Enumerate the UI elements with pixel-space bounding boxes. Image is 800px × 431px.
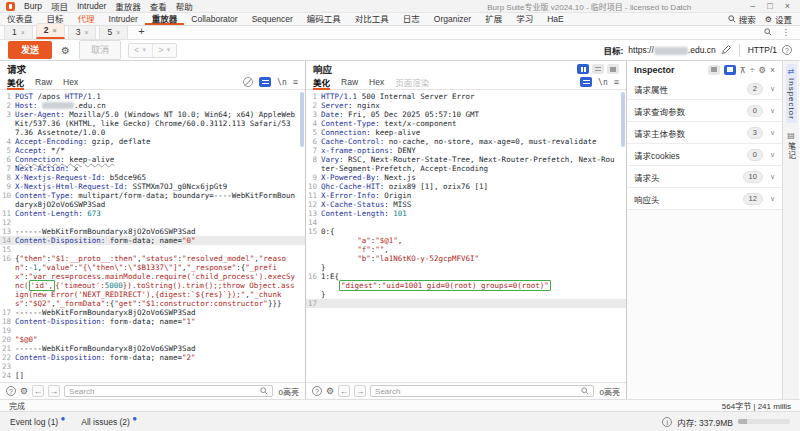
menu-intruder[interactable]: Intruder bbox=[77, 1, 106, 11]
collapse-all-icon[interactable]: ÷ bbox=[750, 65, 755, 75]
pretty-print-icon[interactable] bbox=[259, 77, 271, 87]
code-line[interactable]: 5Accept: */* bbox=[0, 146, 305, 155]
code-line[interactable]: 17 bbox=[306, 299, 626, 308]
chevron-down-icon[interactable]: ∨ bbox=[770, 151, 775, 159]
next-match-button[interactable]: → bbox=[354, 385, 366, 397]
search-settings-icon[interactable]: ⚙ bbox=[20, 386, 28, 396]
code-line[interactable]: 150:{ "a":"$@1", "f":"", "b":"la1N6tKO-y… bbox=[306, 227, 626, 272]
close-tab-icon[interactable]: × bbox=[21, 29, 25, 36]
code-line[interactable]: 1HTTP/1.1 500 Internal Server Error bbox=[306, 92, 626, 101]
inspector-layout-expanded-icon[interactable] bbox=[724, 65, 736, 75]
code-line[interactable]: 5Connection: keep-alive bbox=[306, 128, 626, 137]
code-line[interactable]: 9X-Powered-By: Next.js bbox=[306, 173, 626, 182]
tab-search-icon[interactable] bbox=[764, 28, 772, 36]
code-line[interactable]: 8X-Nextjs-Request-Id: b5dce965 bbox=[0, 173, 305, 182]
code-line[interactable]: 17------WebKitFormBoundaryx8jO2oVo6SWP3S… bbox=[0, 308, 305, 317]
close-tab-icon[interactable]: × bbox=[84, 29, 88, 36]
code-line[interactable]: 7x-frame-options: DENY bbox=[306, 146, 626, 155]
edit-pencil-icon[interactable] bbox=[721, 45, 731, 55]
chevron-down-icon[interactable]: ∨ bbox=[770, 85, 775, 93]
code-line[interactable]: 20"$@0" bbox=[0, 335, 305, 344]
sidebar-item-inspector[interactable]: ⇄ Inspector bbox=[786, 64, 797, 123]
response-scrollbar[interactable] bbox=[621, 92, 625, 147]
request-search-input[interactable]: Search bbox=[64, 385, 272, 397]
code-line[interactable]: 23 bbox=[0, 362, 305, 371]
history-back-button[interactable]: <▼ bbox=[129, 44, 152, 57]
code-line[interactable]: 13Content-Length: 101 bbox=[306, 209, 626, 218]
send-settings-icon[interactable]: ⚙ bbox=[59, 44, 72, 57]
close-tab-icon[interactable]: × bbox=[53, 27, 57, 34]
main-tab-重放器[interactable]: 重放器 bbox=[145, 13, 185, 25]
code-line[interactable]: 4Accept-Encoding: gzip, deflate bbox=[0, 137, 305, 146]
send-button[interactable]: 发送 bbox=[8, 41, 52, 59]
request-tab-Raw[interactable]: Raw bbox=[35, 76, 52, 89]
http-version-select[interactable]: HTTP/1 bbox=[748, 45, 777, 55]
show-newlines-icon[interactable]: \n bbox=[277, 78, 287, 87]
history-forward-button[interactable]: >▼ bbox=[152, 44, 176, 57]
code-line[interactable]: 1POST /apos HTTP/1.1 bbox=[0, 92, 305, 101]
inspector-close-icon[interactable]: × bbox=[770, 65, 775, 75]
response-tab-Raw[interactable]: Raw bbox=[341, 76, 358, 89]
code-line[interactable]: 3Date: Fri, 05 Dec 2025 05:57:10 GMT bbox=[306, 110, 626, 119]
code-line[interactable]: 14Content-Disposition: form-data; name="… bbox=[0, 236, 305, 245]
code-line[interactable]: 19 bbox=[0, 326, 305, 335]
code-line[interactable]: 13------WebKitFormBoundaryx8jO2oVo6SWP3S… bbox=[0, 227, 305, 236]
code-line[interactable]: 9X-Nextjs-Html-Request-Id: SSTMXm7OJ_g0N… bbox=[0, 182, 305, 191]
inspector-section-请求查询参数[interactable]: 请求查询参数0∨ bbox=[627, 100, 782, 122]
main-tab-HaE[interactable]: HaE bbox=[540, 13, 571, 25]
menu-project[interactable]: 项目 bbox=[51, 0, 68, 12]
inspector-section-响应头[interactable]: 响应头12∨ bbox=[627, 188, 782, 210]
code-line[interactable]: 4Content-Type: text/x-component bbox=[306, 119, 626, 128]
search-settings-icon[interactable]: ⚙ bbox=[326, 386, 334, 396]
code-line[interactable]: 11X-Error-Info: Origin bbox=[306, 191, 626, 200]
code-line[interactable]: 161:E{ "digest":"uid=1001 gid=0(root) gr… bbox=[306, 272, 626, 299]
help-icon[interactable]: ? bbox=[782, 45, 792, 55]
code-line[interactable]: 22Content-Disposition: form-data; name="… bbox=[0, 353, 305, 362]
layout-rows-icon[interactable] bbox=[592, 64, 604, 74]
repeater-tab-5[interactable]: 5× bbox=[99, 25, 128, 39]
expand-all-icon[interactable]: ⊼ bbox=[740, 65, 746, 75]
layout-single-icon[interactable] bbox=[607, 64, 619, 74]
search-help-icon[interactable]: ? bbox=[6, 386, 16, 396]
response-tab-Hex[interactable]: Hex bbox=[369, 76, 384, 89]
response-search-input[interactable]: Search bbox=[370, 385, 593, 397]
request-scrollbar[interactable] bbox=[300, 92, 304, 147]
read-only-icon[interactable] bbox=[243, 77, 253, 87]
inspector-settings-icon[interactable]: ⚙ bbox=[758, 65, 766, 75]
code-line[interactable]: 10Content-Type: multipart/form-data; bou… bbox=[0, 191, 305, 209]
prev-match-button[interactable]: ← bbox=[338, 385, 350, 397]
pretty-print-icon[interactable] bbox=[580, 77, 592, 87]
chevron-down-icon[interactable]: ∨ bbox=[770, 107, 775, 115]
next-match-button[interactable]: → bbox=[48, 385, 60, 397]
code-line[interactable]: 11Content-Length: 673 bbox=[0, 209, 305, 218]
main-tab-日志[interactable]: 日志 bbox=[396, 13, 427, 25]
code-line[interactable]: 3User-Agent: Mozilla/5.0 (Windows NT 10.… bbox=[0, 110, 305, 137]
editor-menu-icon[interactable]: ≡ bbox=[614, 77, 619, 87]
code-line[interactable]: 12X-Cache-Status: MISS bbox=[306, 200, 626, 209]
code-line[interactable]: 6Cache-Control: no-cache, no-store, max-… bbox=[306, 137, 626, 146]
code-line[interactable]: 15 bbox=[0, 245, 305, 254]
request-tab-Hex[interactable]: Hex bbox=[63, 76, 78, 89]
maximize-button[interactable]: □ bbox=[767, 1, 772, 11]
code-line[interactable]: 21------WebKitFormBoundaryx8jO2oVo6SWP3S… bbox=[0, 344, 305, 353]
inspector-section-请求主体参数[interactable]: 请求主体参数3∨ bbox=[627, 122, 782, 144]
main-tab-Organizer[interactable]: Organizer bbox=[427, 13, 478, 25]
minimize-button[interactable]: – bbox=[750, 1, 755, 11]
repeater-tab-1[interactable]: 1× bbox=[4, 25, 33, 39]
close-button[interactable]: × bbox=[785, 1, 790, 11]
code-line[interactable]: 10Qhc-Cache-HIT: ozix89 [1], ozix76 [1] bbox=[306, 182, 626, 191]
inspector-section-请求头[interactable]: 请求头10∨ bbox=[627, 166, 782, 188]
main-tab-学习[interactable]: 学习 bbox=[509, 13, 540, 25]
settings-button[interactable]: ⚙ 设置 bbox=[765, 13, 792, 25]
all-issues-button[interactable]: All issues (2) ● bbox=[81, 417, 137, 427]
code-line[interactable]: 8Vary: RSC, Next-Router-State-Tree, Next… bbox=[306, 155, 626, 173]
request-tab-美化[interactable]: 美化 bbox=[7, 75, 24, 90]
main-tab-Sequencer[interactable]: Sequencer bbox=[245, 13, 300, 25]
chevron-down-icon[interactable]: ∨ bbox=[770, 129, 775, 137]
layout-columns-icon[interactable] bbox=[577, 64, 589, 74]
code-line[interactable]: 2Host: .edu.cn bbox=[0, 101, 305, 110]
event-log-button[interactable]: Event log (1) ● bbox=[10, 417, 65, 427]
code-line[interactable]: 24[] bbox=[0, 371, 305, 380]
add-tab-button[interactable]: + bbox=[131, 25, 151, 39]
tab-more-icon[interactable]: ⋮ bbox=[782, 27, 791, 37]
